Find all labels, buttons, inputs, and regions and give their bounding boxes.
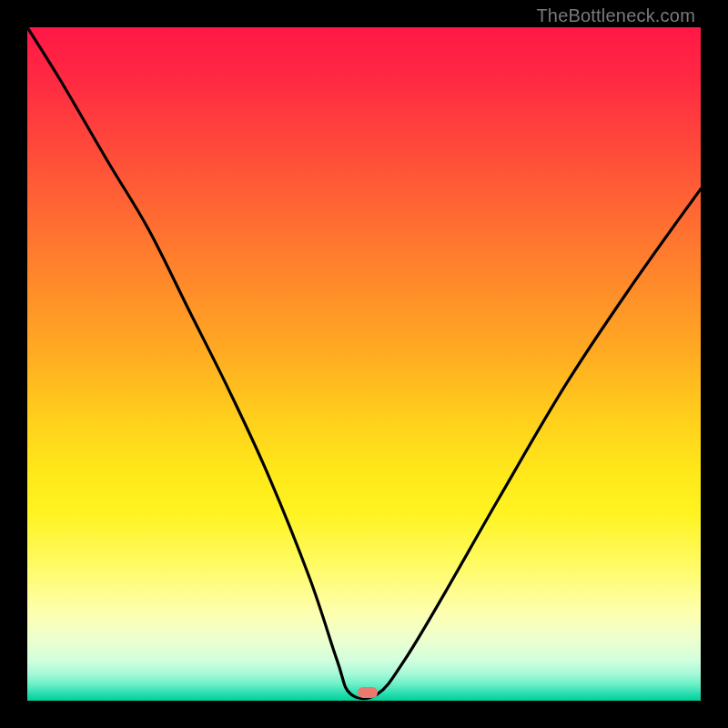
watermark-text: TheBottleneck.com xyxy=(536,5,695,26)
chart-frame: TheBottleneck.com xyxy=(0,0,728,728)
optimal-marker xyxy=(358,687,378,698)
bottleneck-curve xyxy=(27,27,701,701)
plot-area xyxy=(27,27,701,701)
